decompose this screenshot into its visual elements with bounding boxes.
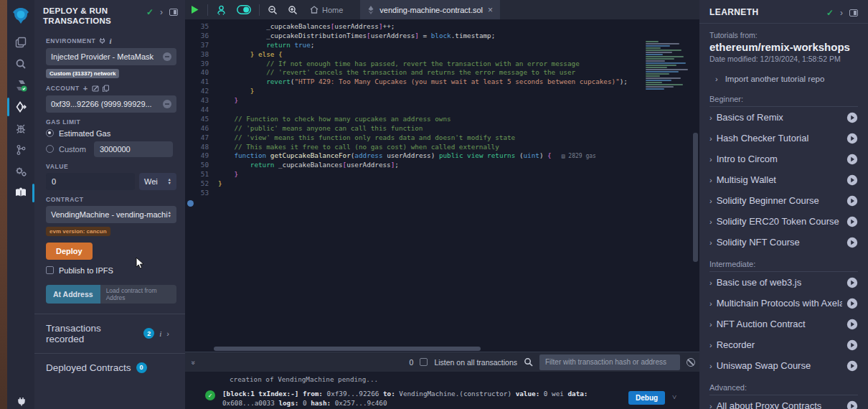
tutorial-item[interactable]: ›All about Proxy Contracts bbox=[709, 395, 858, 409]
learneth-collapse-icon[interactable]: › bbox=[840, 8, 843, 18]
tutorial-item[interactable]: ›Hash Checker Tutorial bbox=[709, 128, 858, 149]
tutorial-item[interactable]: ›Solidity Beginner Course bbox=[709, 190, 858, 211]
code-line[interactable]: 38 } else { bbox=[185, 50, 699, 60]
deploy-button[interactable]: Deploy bbox=[46, 243, 93, 260]
code-line[interactable]: 45 // Function to check how many cupcake… bbox=[185, 115, 699, 124]
code-line[interactable]: 51 } bbox=[185, 170, 699, 179]
learneth-icon[interactable] bbox=[7, 182, 34, 204]
code-line[interactable]: 40 // 'revert' cancels the transaction a… bbox=[185, 68, 699, 77]
estimated-gas-radio[interactable] bbox=[46, 129, 54, 137]
clear-terminal-icon[interactable] bbox=[687, 358, 695, 367]
import-repo-row[interactable]: › Import another tutorial repo bbox=[699, 63, 868, 88]
line-number[interactable]: 51 bbox=[185, 170, 218, 179]
environment-info-icon[interactable]: i bbox=[109, 37, 112, 45]
code-line[interactable]: 41 revert("HTTP 429: Too Many Cupcakes (… bbox=[185, 77, 699, 87]
tx-expand-icon[interactable]: ˅ bbox=[672, 392, 676, 402]
tutorial-item[interactable]: ›Solidity ERC20 Token Course bbox=[709, 211, 858, 232]
line-number[interactable]: 35 bbox=[185, 22, 218, 32]
editor-vertical-scrollbar[interactable] bbox=[692, 19, 699, 352]
line-number[interactable]: 47 bbox=[185, 133, 218, 143]
tutorial-play-button[interactable] bbox=[846, 133, 858, 144]
tutorial-play-button[interactable] bbox=[846, 195, 858, 207]
editor-horizontal-scrollbar[interactable] bbox=[214, 347, 481, 351]
tutorial-item[interactable]: ›Intro to Circom bbox=[709, 149, 858, 169]
line-number[interactable]: 48 bbox=[185, 143, 218, 152]
value-unit-select[interactable]: Wei ▲▼ bbox=[139, 173, 176, 190]
listen-all-checkbox[interactable] bbox=[420, 358, 428, 366]
code-line[interactable]: 37 return true; bbox=[185, 41, 699, 50]
copy-account-icon[interactable] bbox=[103, 85, 109, 92]
tutorial-play-button[interactable] bbox=[846, 319, 858, 330]
tutorial-item[interactable]: ›Basics of Remix bbox=[709, 107, 858, 128]
tutorial-expand-icon[interactable]: › bbox=[709, 113, 712, 122]
line-number[interactable]: 40 bbox=[185, 68, 218, 77]
code-line[interactable]: 42 } bbox=[185, 87, 699, 96]
tutorial-expand-icon[interactable]: › bbox=[709, 238, 712, 247]
tutorial-play-button[interactable] bbox=[846, 237, 858, 248]
custom-gas-input[interactable]: 3000000 bbox=[94, 141, 173, 157]
transactions-expand-icon[interactable]: › bbox=[166, 329, 174, 338]
tutorial-play-button[interactable] bbox=[846, 400, 858, 409]
tutorial-expand-icon[interactable]: › bbox=[709, 362, 712, 370]
at-address-button[interactable]: At Address bbox=[46, 285, 100, 304]
tutorial-play-button[interactable] bbox=[846, 112, 858, 123]
debugger-icon[interactable] bbox=[7, 118, 34, 139]
code-line[interactable]: 52} bbox=[185, 179, 699, 189]
line-number[interactable]: 38 bbox=[185, 50, 218, 60]
learneth-pin-icon[interactable] bbox=[849, 9, 858, 17]
code-line[interactable]: 48 // This makes it free to call (no gas… bbox=[185, 143, 699, 152]
settings-icon[interactable] bbox=[7, 161, 34, 182]
tutorial-item[interactable]: ›Solidity NFT Course bbox=[709, 232, 858, 253]
tutorial-play-button[interactable] bbox=[846, 216, 858, 227]
code-line[interactable]: 36 _cupcakeDistributionTimes[userAddress… bbox=[185, 32, 699, 41]
code-editor[interactable]: 35 _cupcakeBalances[userAddress]++;36 _c… bbox=[185, 19, 699, 352]
solidity-compiler-icon[interactable] bbox=[7, 75, 34, 96]
tutorial-expand-icon[interactable]: › bbox=[709, 176, 712, 184]
zoom-out-icon[interactable] bbox=[263, 5, 283, 15]
terminal-collapse-icon[interactable]: » bbox=[189, 354, 197, 371]
terminal-filter-input[interactable] bbox=[539, 354, 680, 370]
tutorial-item[interactable]: ›Uniswap Swap Course bbox=[709, 355, 858, 376]
code-line[interactable]: 50 return _cupcakeBalances[userAddress]; bbox=[185, 161, 699, 170]
tutorial-expand-icon[interactable]: › bbox=[709, 402, 712, 409]
value-input[interactable]: 0 bbox=[46, 173, 135, 190]
tutorial-play-button[interactable] bbox=[846, 339, 858, 351]
account-select[interactable]: 0xf39...92266 (9999.99929... bbox=[46, 95, 176, 113]
line-number[interactable]: 49 bbox=[185, 151, 218, 161]
zoom-in-icon[interactable] bbox=[283, 5, 303, 15]
tab-close-icon[interactable]: × bbox=[488, 5, 493, 15]
transaction-log-row[interactable]: ✓ [block:1 txIndex:-] from: 0xf39...9226… bbox=[185, 383, 699, 408]
tab-vending-machine-contract[interactable]: vending-machine-contract.sol × bbox=[360, 0, 500, 19]
editor-minimap[interactable] bbox=[646, 41, 690, 90]
tutorial-play-button[interactable] bbox=[846, 298, 858, 309]
line-number[interactable]: 53 bbox=[185, 189, 218, 198]
tutorial-expand-icon[interactable]: › bbox=[709, 278, 712, 287]
deployed-contracts-row[interactable]: Deployed Contracts 0 bbox=[46, 354, 176, 382]
code-line[interactable]: 35 _cupcakeBalances[userAddress]++; bbox=[185, 22, 699, 32]
tutorial-item[interactable]: ›NFT Auction Contract bbox=[709, 314, 858, 334]
panel-collapse-icon[interactable]: › bbox=[160, 7, 163, 17]
line-number[interactable]: 41 bbox=[185, 77, 218, 87]
line-number[interactable]: 44 bbox=[185, 105, 218, 115]
plugin-manager-icon[interactable] bbox=[7, 392, 34, 409]
line-number[interactable]: 39 bbox=[185, 60, 218, 69]
line-number[interactable]: 50 bbox=[185, 161, 218, 170]
code-line[interactable]: 46 // 'public' means anyone can call thi… bbox=[185, 124, 699, 133]
tutorial-expand-icon[interactable]: › bbox=[709, 341, 712, 349]
transactions-info-icon[interactable]: i bbox=[159, 329, 161, 338]
run-script-icon[interactable] bbox=[185, 5, 204, 14]
line-number[interactable]: 45 bbox=[185, 115, 218, 124]
ai-toggle-icon[interactable] bbox=[232, 5, 256, 14]
terminal-search-icon[interactable] bbox=[524, 357, 533, 367]
panel-pin-icon[interactable] bbox=[169, 9, 178, 16]
code-line[interactable]: 53 bbox=[185, 189, 699, 198]
tutorial-play-button[interactable] bbox=[846, 360, 858, 372]
code-line[interactable]: 49 function getCupcakeBalanceFor(address… bbox=[185, 151, 699, 161]
environment-select[interactable]: Injected Provider - MetaMask bbox=[46, 48, 176, 65]
at-address-input[interactable]: Load contract from Addres bbox=[100, 285, 176, 304]
account-menu-icon[interactable] bbox=[163, 100, 171, 108]
contract-stepper-icon[interactable]: ▲▼ bbox=[168, 211, 171, 218]
code-line[interactable]: 47 // 'view' means this function only re… bbox=[185, 133, 699, 143]
breakpoint-dot[interactable] bbox=[187, 200, 194, 207]
transactions-recorded-row[interactable]: Transactions recorded 2 i › bbox=[46, 314, 176, 353]
